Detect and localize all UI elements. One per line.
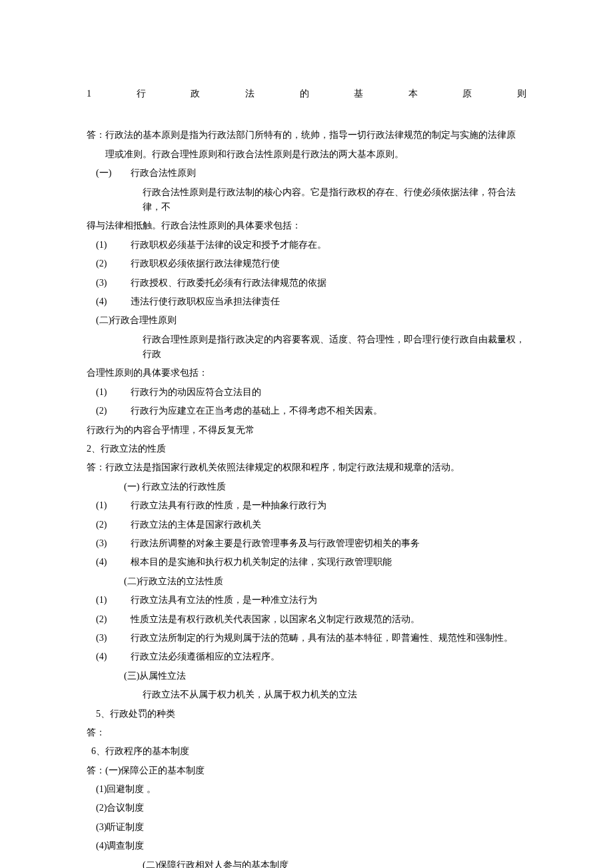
item-num: (3) (96, 536, 115, 551)
item-text: 行政立法具有行政的性质，是一种抽象行政行为 (131, 498, 526, 513)
list-item: (3)行政授权、行政委托必须有行政法律规范的依据 (96, 276, 526, 290)
item-num: (1) (96, 498, 115, 513)
text-line: 得与法律相抵触。行政合法性原则的具体要求包括： (87, 218, 526, 233)
question-5: 5、行政处罚的种类 (96, 707, 526, 721)
question-1-title: 1 行 政 法 的 基 本 原 则 (87, 87, 526, 101)
section-heading: (二)行政立法的立法性质 (87, 574, 526, 589)
title-char: 的 (300, 87, 309, 101)
list-item: (2)合议制度 (96, 801, 526, 815)
section-num: (一) (96, 166, 115, 181)
title-char: 法 (245, 87, 255, 101)
section-heading: (一) 行政立法的行政性质 (87, 480, 526, 494)
title-char: 原 (462, 87, 472, 101)
item-num: (3) (96, 276, 115, 290)
item-text: 行政行为的动因应符合立法目的 (131, 385, 526, 400)
item-num: (3) (96, 631, 115, 646)
text-line: 行政合法性原则是行政法制的核心内容。它是指行政权的存在、行使必须依据法律，符合法… (87, 185, 526, 215)
title-char: 基 (354, 87, 363, 101)
list-item: (2)行政职权必须依据行政法律规范行使 (96, 256, 526, 271)
list-item: (2)性质立法是有权行政机关代表国家，以国家名义制定行政规范的活动。 (96, 612, 526, 627)
item-num: (2) (96, 612, 115, 627)
item-text: 性质立法是有权行政机关代表国家，以国家名义制定行政规范的活动。 (131, 612, 526, 627)
list-item: (3)行政法所调整的对象主要是行政管理事务及与行政管理密切相关的事务 (96, 536, 526, 551)
item-num: (2) (96, 518, 115, 532)
item-text: 违法行使行政职权应当承担法律责任 (131, 294, 526, 309)
section-title: 行政合法性原则 (131, 166, 526, 181)
list-item: (1)行政立法具有行政的性质，是一种抽象行政行为 (96, 498, 526, 513)
section-heading: (二)保障行政相对人参与的基本制度 (87, 858, 526, 868)
list-item: (4)违法行使行政职权应当承担法律责任 (96, 294, 526, 309)
answer-text: 行政法的基本原则是指为行政法部门所特有的，统帅，指导一切行政法律规范的制定与实施… (105, 130, 516, 140)
section-heading: (二)行政合理性原则 (96, 313, 526, 328)
item-text: 行政职权必须基于法律的设定和授予才能存在。 (131, 238, 526, 252)
question-6: 6、行政程序的基本制度 (91, 744, 526, 759)
question-2: 2、行政立法的性质 (87, 442, 526, 456)
list-item: (2)行政立法的主体是国家行政机关 (96, 518, 526, 532)
title-number: 1 (87, 87, 91, 101)
answer-prefix: 答： (87, 130, 105, 140)
item-text: 行政行为应建立在正当考虑的基础上，不得考虑不相关因素。 (131, 404, 526, 418)
item-text: 行政职权必须依据行政法律规范行使 (131, 256, 526, 271)
answer-6-line: 答：(一)保障公正的基本制度 (87, 763, 526, 778)
item-text: 行政立法必须遵循相应的立法程序。 (131, 650, 526, 664)
title-char: 政 (191, 87, 200, 101)
text-line: 合理性原则的具体要求包括： (87, 366, 526, 380)
text-line: 行政行为的内容合乎情理，不得反复无常 (87, 423, 526, 438)
title-char: 本 (408, 87, 418, 101)
item-num: (4) (96, 555, 115, 570)
list-item: (4)调查制度 (96, 839, 526, 853)
list-item: (1)回避制度 。 (96, 782, 526, 797)
list-item: (3)听证制度 (96, 820, 526, 835)
answer-line: 答：行政法的基本原则是指为行政法部门所特有的，统帅，指导一切行政法律规范的制定与… (87, 128, 526, 143)
item-text: 根本目的是实施和执行权力机关制定的法律，实现行政管理职能 (131, 555, 526, 570)
item-num: (4) (96, 650, 115, 664)
answer-1: 答：行政法的基本原则是指为行政法部门所特有的，统帅，指导一切行政法律规范的制定与… (87, 128, 526, 438)
list-item: (4)根本目的是实施和执行权力机关制定的法律，实现行政管理职能 (96, 555, 526, 570)
list-item: (1)行政职权必须基于法律的设定和授予才能存在。 (96, 238, 526, 252)
document-page: 1 行 政 法 的 基 本 原 则 答：行政法的基本原则是指为行政法部门所特有的… (0, 0, 613, 868)
list-item: (2)行政行为应建立在正当考虑的基础上，不得考虑不相关因素。 (96, 404, 526, 418)
list-item: (1)行政行为的动因应符合立法目的 (96, 385, 526, 400)
text-line: 行政立法不从属于权力机关，从属于权力机关的立法 (87, 687, 526, 702)
section-heading: (三)从属性立法 (87, 669, 526, 683)
item-num: (1) (96, 238, 115, 252)
title-char: 行 (137, 87, 146, 101)
text-line: 行政合理性原则是指行政决定的内容要客观、适度、符合理性，即合理行使行政自由裁量权… (87, 332, 526, 362)
answer-5: 答： (87, 725, 526, 740)
item-num: (1) (96, 385, 115, 400)
item-text: 行政立法所制定的行为规则属于法的范畴，具有法的基本特征，即普遍性、规范性和强制性… (131, 631, 526, 646)
list-item: (3)行政立法所制定的行为规则属于法的范畴，具有法的基本特征，即普遍性、规范性和… (96, 631, 526, 646)
item-text: 行政立法具有立法的性质，是一种准立法行为 (131, 593, 526, 608)
list-item: (1)行政立法具有立法的性质，是一种准立法行为 (96, 593, 526, 608)
list-item: (4)行政立法必须遵循相应的立法程序。 (96, 650, 526, 664)
item-text: 行政法所调整的对象主要是行政管理事务及与行政管理密切相关的事务 (131, 536, 526, 551)
item-num: (2) (96, 256, 115, 271)
section-heading: (一) 行政合法性原则 (96, 166, 526, 181)
item-num: (1) (96, 593, 115, 608)
answer-line: 理或准则。行政合理性原则和行政合法性原则是行政法的两大基本原则。 (87, 147, 526, 162)
item-text: 行政立法的主体是国家行政机关 (131, 518, 526, 532)
title-char: 则 (517, 87, 526, 101)
item-text: 行政授权、行政委托必须有行政法律规范的依据 (131, 276, 526, 290)
answer-2: 答：行政立法是指国家行政机关依照法律规定的权限和程序，制定行政法规和规章的活动。 (87, 460, 526, 475)
item-num: (4) (96, 294, 115, 309)
item-num: (2) (96, 404, 115, 418)
